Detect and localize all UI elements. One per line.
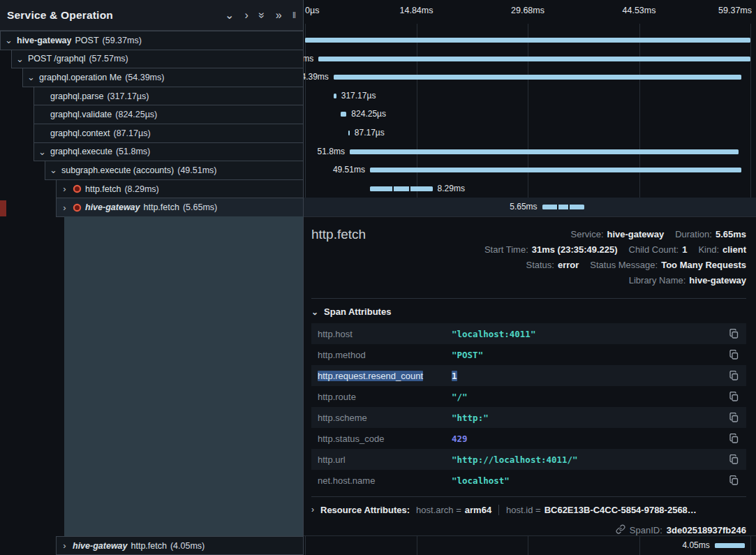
copy-icon[interactable] <box>728 411 740 424</box>
meta-line: Status:errorStatus Message:Too Many Requ… <box>526 260 747 270</box>
chevron-down-icon[interactable]: ⌄ <box>4 36 13 45</box>
meta-key: Duration: <box>675 229 712 239</box>
link-icon[interactable] <box>616 524 625 536</box>
span-bar[interactable] <box>318 57 750 61</box>
meta-pair: Service:hive-gateway <box>571 229 665 239</box>
attribute-row[interactable]: http.url"http://localhost:4011/" <box>311 449 746 470</box>
span-tree: ⌄hive-gatewayPOST(59.37ms)⌄POST /graphql… <box>0 31 304 217</box>
attribute-key-selected-text: http.request.resend_count <box>318 371 423 381</box>
resource-attributes-row[interactable]: › Resource Attributes: host.arch =arm64h… <box>311 501 746 519</box>
bar-duration-label: 317.17µs <box>341 91 376 101</box>
meta-value: error <box>558 260 579 270</box>
attribute-value-selected-text: 1 <box>452 371 457 381</box>
attribute-value: "localhost" <box>452 475 728 486</box>
ruler-tick: 44.53ms <box>623 6 656 15</box>
chevron-down-icon[interactable]: ⌄ <box>27 73 36 82</box>
meta-key: Status Message: <box>590 260 658 270</box>
tree-row[interactable]: graphql.parse(317.17µs) <box>34 87 304 106</box>
tree-row[interactable]: ⌄subgraph.execute (accounts)(49.51ms) <box>45 161 304 180</box>
copy-icon[interactable] <box>728 432 740 445</box>
duration-label: (49.51ms) <box>177 165 216 175</box>
span-bar[interactable] <box>348 131 350 135</box>
tree-row[interactable]: ⌄graphql.execute(51.8ms) <box>34 142 304 162</box>
span-bar[interactable] <box>370 168 741 172</box>
copy-icon[interactable] <box>728 348 740 361</box>
attribute-row[interactable]: http.route"/" <box>311 386 746 407</box>
tree-row[interactable]: graphql.context(87.17µs) <box>34 124 304 143</box>
meta-value: client <box>722 244 746 255</box>
meta-pair: Status:error <box>526 260 579 270</box>
bar-duration-label: 49.51ms <box>333 165 365 175</box>
meta-value: Too Many Requests <box>661 260 746 270</box>
copy-icon[interactable] <box>728 453 740 466</box>
duration-label: (4.05ms) <box>170 541 205 551</box>
service-name: hive-gateway <box>73 541 128 551</box>
span-attributes-header[interactable]: ⌄ Span Attributes <box>311 306 391 317</box>
chevron-right-icon[interactable]: › <box>244 10 248 21</box>
tree-row[interactable]: ⌄POST /graphql(57.57ms) <box>11 50 304 69</box>
bar-duration-label: 4.05ms <box>682 541 709 550</box>
chevron-down-icon[interactable]: ⌄ <box>15 54 24 64</box>
span-bar[interactable] <box>305 38 750 43</box>
chevron-right-icon: › <box>311 505 314 514</box>
error-icon <box>73 184 82 193</box>
span-attributes-table: http.host"localhost:4011"http.method"POS… <box>311 323 746 491</box>
chevron-right-icon[interactable]: › <box>60 541 69 550</box>
meta-pair: Child Count:1 <box>629 244 688 255</box>
bar-notch <box>568 205 570 209</box>
chevron-down-icon[interactable]: ⌄ <box>49 165 58 175</box>
copy-icon[interactable] <box>728 369 740 382</box>
span-bar[interactable] <box>542 205 585 209</box>
bar-notch <box>557 205 558 209</box>
gridline <box>639 536 640 555</box>
copy-icon[interactable] <box>728 474 740 487</box>
divider <box>311 298 746 299</box>
span-bar[interactable] <box>370 186 432 191</box>
chevron-right-icon[interactable]: › <box>60 184 69 193</box>
span-bar[interactable] <box>334 94 336 98</box>
bar-duration-label: 824.25µs <box>351 110 386 119</box>
tree-row[interactable]: ›http.fetch(8.29ms) <box>56 179 304 199</box>
operation-name: http.fetch <box>85 184 121 194</box>
bar-duration-label: 8.29ms <box>438 184 465 193</box>
meta-pair: Status Message:Too Many Requests <box>590 260 746 270</box>
operation-name: graphql.operation Me <box>39 73 121 82</box>
span-bar[interactable] <box>350 149 739 154</box>
tree-row[interactable]: graphql.validate(824.25µs) <box>34 105 304 124</box>
tree-row[interactable]: ›hive-gatewayhttp.fetch(4.05ms) <box>56 536 304 555</box>
tree-row[interactable]: ⌄graphql.operation Me(54.39ms) <box>22 68 304 87</box>
double-chevron-down-icon[interactable]: » <box>256 12 267 18</box>
meta-key: Status: <box>526 260 554 270</box>
attribute-key: http.request.resend_count <box>318 371 452 381</box>
bar-notch <box>409 186 410 191</box>
span-bar[interactable] <box>334 75 741 80</box>
span-id-value: 3de02518937fb246 <box>667 525 746 535</box>
meta-value: 31ms (23:35:49.225) <box>532 244 618 255</box>
attribute-row[interactable]: http.status_code429 <box>311 428 746 449</box>
operation-name: subgraph.execute (accounts) <box>61 165 174 175</box>
chevron-down-icon[interactable]: ⌄ <box>38 147 47 156</box>
chevron-down-icon[interactable]: ⌄ <box>225 10 234 21</box>
timeline-ruler: 0µs14.84ms29.68ms44.53ms59.37ms <box>304 0 756 24</box>
copy-icon[interactable] <box>728 390 740 403</box>
attribute-row[interactable]: http.request.resend_count1 <box>311 365 746 386</box>
attribute-row[interactable]: net.host.name"localhost" <box>311 470 746 491</box>
span-bar[interactable] <box>715 543 746 548</box>
span-bar[interactable] <box>341 112 347 117</box>
tree-row[interactable]: ›hive-gatewayhttp.fetch(5.65ms) <box>56 198 304 217</box>
attribute-row[interactable]: http.method"POST" <box>311 344 746 365</box>
double-chevron-right-icon[interactable]: » <box>276 10 282 21</box>
span-id-label: SpanID: <box>630 525 662 535</box>
chevron-right-icon[interactable]: › <box>60 203 69 212</box>
attribute-row[interactable]: http.host"localhost:4011" <box>311 323 746 344</box>
copy-icon[interactable] <box>728 327 740 340</box>
attribute-row[interactable]: http.scheme"http:" <box>311 407 746 428</box>
tree-panel-header: Service & Operation ⌄›»»‖ <box>0 0 303 31</box>
divider <box>311 496 746 497</box>
span-tree-panel: Service & Operation ⌄›»»‖ ⌄hive-gatewayP… <box>0 0 304 555</box>
bar-duration-label: 5.65ms <box>510 202 537 212</box>
duration-label: (317.17µs) <box>107 91 149 101</box>
tree-row[interactable]: ⌄hive-gatewayPOST(59.37ms) <box>0 31 304 50</box>
meta-key: Kind: <box>698 244 719 255</box>
drag-handle-icon[interactable]: ‖ <box>292 10 296 20</box>
